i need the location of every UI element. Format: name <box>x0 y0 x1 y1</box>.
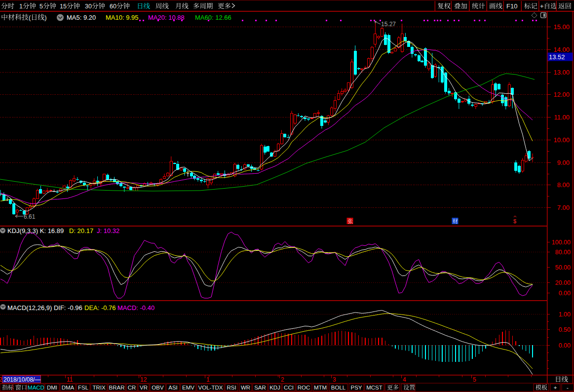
svg-text:9.00: 9.00 <box>557 159 570 166</box>
svg-text:0.50: 0.50 <box>559 326 571 333</box>
svg-text:4: 4 <box>403 376 406 383</box>
svg-text:15.27: 15.27 <box>381 21 396 28</box>
svg-text:11: 11 <box>67 376 73 383</box>
svg-text:60: 60 <box>110 3 116 10</box>
svg-text:+: + <box>540 2 544 10</box>
svg-text:80.00: 80.00 <box>555 249 571 256</box>
svg-text:SAR: SAR <box>254 385 266 391</box>
svg-text:5: 5 <box>39 3 43 10</box>
svg-text:1: 1 <box>206 376 210 383</box>
svg-text:F10: F10 <box>506 2 517 10</box>
svg-text:MACD: MACD <box>28 385 44 391</box>
svg-text:0.00: 0.00 <box>559 290 571 297</box>
svg-text:ASI: ASI <box>168 385 178 391</box>
svg-text:13.00: 13.00 <box>553 69 570 76</box>
svg-text:BRAR: BRAR <box>109 385 125 391</box>
svg-text:BOLL: BOLL <box>331 385 346 391</box>
svg-text:1: 1 <box>19 3 23 10</box>
svg-text:50.00: 50.00 <box>555 264 571 271</box>
svg-text:TRIX: TRIX <box>92 385 106 391</box>
svg-text:10.00: 10.00 <box>553 136 570 144</box>
svg-text:MTM: MTM <box>314 385 327 391</box>
svg-text:13.52: 13.52 <box>549 53 565 61</box>
svg-text:1.00: 1.00 <box>559 311 571 318</box>
svg-text:KDJ(9,3,3) K: 16.89: KDJ(9,3,3) K: 16.89 <box>7 227 64 235</box>
svg-text:FSL: FSL <box>78 385 89 391</box>
svg-text:MA5: 9.20: MA5: 9.20 <box>67 14 96 21</box>
svg-text:15: 15 <box>60 3 67 10</box>
svg-text:100.00: 100.00 <box>552 239 571 246</box>
svg-text:MACD(12,26,9) DIF: -0.96: MACD(12,26,9) DIF: -0.96 <box>7 304 82 312</box>
svg-text:DEA: -0.76: DEA: -0.76 <box>84 304 116 312</box>
svg-text:7.00: 7.00 <box>557 204 570 211</box>
svg-text:DMA: DMA <box>62 385 75 391</box>
svg-text:MACD: -0.40: MACD: -0.40 <box>117 304 154 312</box>
svg-text:0.00: 0.00 <box>559 342 571 349</box>
svg-text:8.00: 8.00 <box>557 181 570 189</box>
svg-text:OBV: OBV <box>152 385 164 391</box>
svg-text:PSY: PSY <box>350 385 362 391</box>
svg-text:5: 5 <box>473 376 476 383</box>
svg-text:CCI: CCI <box>284 385 294 391</box>
svg-text:CR: CR <box>128 385 136 391</box>
svg-text:ROC: ROC <box>298 385 310 391</box>
svg-text:20.00: 20.00 <box>555 279 571 286</box>
svg-text:(: ( <box>29 14 31 21</box>
svg-text:): ) <box>44 14 46 21</box>
svg-text:12: 12 <box>140 376 147 383</box>
svg-text:6.61: 6.61 <box>24 213 36 220</box>
svg-text:D: 20.17: D: 20.17 <box>69 227 93 235</box>
svg-text:RSI: RSI <box>227 385 236 391</box>
svg-text:2018/10/08/—: 2018/10/08/— <box>3 376 40 383</box>
svg-text:MCST: MCST <box>366 385 383 391</box>
svg-text:EMV: EMV <box>182 385 194 391</box>
svg-text:VOL-TDX: VOL-TDX <box>198 385 223 391</box>
svg-text:2: 2 <box>281 376 284 383</box>
svg-text:11.00: 11.00 <box>554 114 570 121</box>
svg-text:14.00: 14.00 <box>553 46 570 53</box>
svg-text:DMI: DMI <box>47 385 57 391</box>
svg-text:$: $ <box>513 218 516 224</box>
svg-text:12.00: 12.00 <box>553 91 570 98</box>
svg-text:J: 10.32: J: 10.32 <box>97 227 119 235</box>
svg-text:15.00: 15.00 <box>553 23 570 31</box>
svg-text:3: 3 <box>333 376 336 383</box>
svg-text:WR: WR <box>241 385 250 391</box>
svg-text:MA20: 10.88: MA20: 10.88 <box>148 14 185 21</box>
svg-text:MA10: 9.95: MA10: 9.95 <box>106 14 139 21</box>
svg-text:-: - <box>567 385 569 391</box>
svg-text:MA60: 12.66: MA60: 12.66 <box>195 14 231 21</box>
svg-text:VR: VR <box>140 385 148 391</box>
svg-text:+: + <box>554 385 557 391</box>
svg-text:KDJ: KDJ <box>269 385 280 391</box>
svg-text:30: 30 <box>85 3 92 10</box>
